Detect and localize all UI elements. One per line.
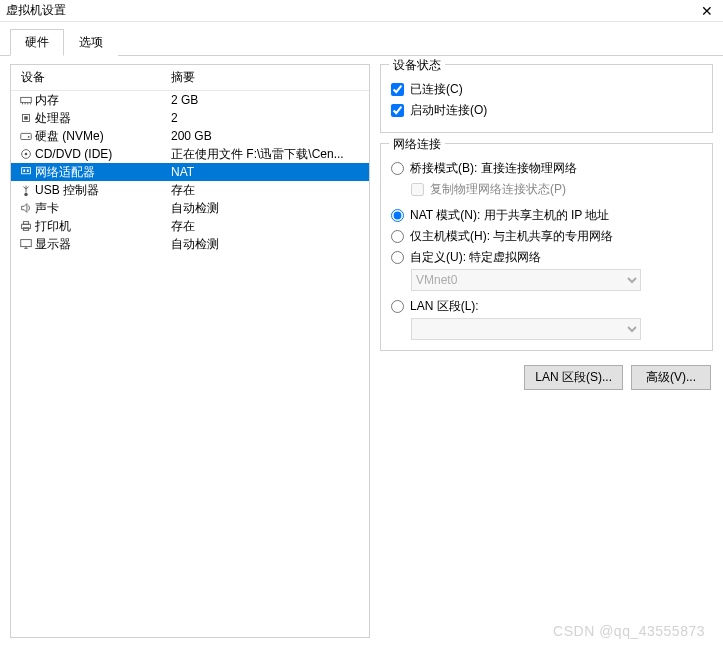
connect-at-power-checkbox[interactable]	[391, 104, 404, 117]
custom-radio[interactable]	[391, 251, 404, 264]
hw-name: 处理器	[35, 110, 171, 127]
hw-summary: 200 GB	[171, 129, 369, 143]
svg-rect-19	[23, 222, 28, 225]
svg-rect-7	[21, 133, 32, 139]
connect-at-power-label: 启动时连接(O)	[410, 102, 487, 119]
advanced-button[interactable]: 高级(V)...	[631, 365, 711, 390]
hw-row-printer[interactable]: 打印机 存在	[11, 217, 369, 235]
hw-summary: 存在	[171, 218, 369, 235]
memory-icon	[17, 93, 35, 107]
connected-label: 已连接(C)	[410, 81, 463, 98]
svg-rect-6	[24, 116, 28, 120]
device-status-legend: 设备状态	[389, 57, 445, 74]
tab-hardware[interactable]: 硬件	[10, 29, 64, 56]
network-legend: 网络连接	[389, 136, 445, 153]
hostonly-label: 仅主机模式(H): 与主机共享的专用网络	[410, 228, 613, 245]
network-group: 网络连接 桥接模式(B): 直接连接物理网络 复制物理网络连接状态(P) NAT…	[380, 143, 713, 351]
hw-row-cpu[interactable]: 处理器 2	[11, 109, 369, 127]
device-status-group: 设备状态 已连接(C) 启动时连接(O)	[380, 64, 713, 133]
svg-rect-12	[23, 169, 25, 172]
hw-name: 网络适配器	[35, 164, 171, 181]
close-icon[interactable]: ✕	[697, 3, 717, 19]
hw-name: 硬盘 (NVMe)	[35, 128, 171, 145]
lan-segments-button[interactable]: LAN 区段(S)...	[524, 365, 623, 390]
col-summary: 摘要	[171, 69, 369, 86]
lan-row[interactable]: LAN 区段(L):	[391, 297, 702, 315]
replicate-row: 复制物理网络连接状态(P)	[411, 180, 702, 198]
lan-label: LAN 区段(L):	[410, 298, 479, 315]
hw-row-cdrom[interactable]: CD/DVD (IDE) 正在使用文件 F:\迅雷下载\Cen...	[11, 145, 369, 163]
hw-summary: 2	[171, 111, 369, 125]
hw-summary: 2 GB	[171, 93, 369, 107]
svg-rect-0	[21, 97, 32, 102]
content-area: 设备 摘要 内存 2 GB 处理器 2 硬盘 (NVMe) 200 GB CD/…	[0, 56, 723, 646]
connected-checkbox[interactable]	[391, 83, 404, 96]
disk-icon	[17, 129, 35, 143]
settings-panel: 设备状态 已连接(C) 启动时连接(O) 网络连接 桥接模式(B): 直接连接物…	[380, 64, 713, 638]
connect-at-power-row[interactable]: 启动时连接(O)	[391, 101, 702, 119]
bridged-label: 桥接模式(B): 直接连接物理网络	[410, 160, 577, 177]
hw-summary: 存在	[171, 182, 369, 199]
svg-point-8	[28, 136, 30, 138]
nat-radio[interactable]	[391, 209, 404, 222]
hw-name: 打印机	[35, 218, 171, 235]
hw-name: 显示器	[35, 236, 171, 253]
titlebar: 虚拟机设置 ✕	[0, 0, 723, 22]
lan-radio[interactable]	[391, 300, 404, 313]
nat-row[interactable]: NAT 模式(N): 用于共享主机的 IP 地址	[391, 206, 702, 224]
hw-summary: 自动检测	[171, 236, 369, 253]
hw-name: USB 控制器	[35, 182, 171, 199]
sound-icon	[17, 201, 35, 215]
tab-options[interactable]: 选项	[64, 29, 118, 56]
cpu-icon	[17, 111, 35, 125]
custom-label: 自定义(U): 特定虚拟网络	[410, 249, 541, 266]
svg-rect-21	[21, 240, 32, 247]
custom-vmnet-select: VMnet0	[411, 269, 641, 291]
hw-row-disk[interactable]: 硬盘 (NVMe) 200 GB	[11, 127, 369, 145]
hw-row-memory[interactable]: 内存 2 GB	[11, 91, 369, 109]
hw-summary: 自动检测	[171, 200, 369, 217]
display-icon	[17, 237, 35, 251]
hw-name: 内存	[35, 92, 171, 109]
bridged-row[interactable]: 桥接模式(B): 直接连接物理网络	[391, 159, 702, 177]
replicate-label: 复制物理网络连接状态(P)	[430, 181, 566, 198]
nat-label: NAT 模式(N): 用于共享主机的 IP 地址	[410, 207, 609, 224]
network-icon	[17, 165, 35, 179]
hw-row-sound[interactable]: 声卡 自动检测	[11, 199, 369, 217]
connected-check-row[interactable]: 已连接(C)	[391, 80, 702, 98]
hw-summary: 正在使用文件 F:\迅雷下载\Cen...	[171, 146, 369, 163]
hw-row-network[interactable]: 网络适配器 NAT	[11, 163, 369, 181]
hostonly-row[interactable]: 仅主机模式(H): 与主机共享的专用网络	[391, 227, 702, 245]
printer-icon	[17, 219, 35, 233]
hw-row-display[interactable]: 显示器 自动检测	[11, 235, 369, 253]
hostonly-radio[interactable]	[391, 230, 404, 243]
custom-row[interactable]: 自定义(U): 特定虚拟网络	[391, 248, 702, 266]
svg-rect-11	[22, 168, 31, 174]
hw-header: 设备 摘要	[11, 65, 369, 91]
button-row: LAN 区段(S)... 高级(V)...	[380, 365, 713, 390]
hw-summary: NAT	[171, 165, 369, 179]
col-device: 设备	[11, 69, 171, 86]
lan-segment-select	[411, 318, 641, 340]
tab-strip: 硬件 选项	[0, 22, 723, 56]
window-title: 虚拟机设置	[6, 2, 66, 19]
usb-icon	[17, 183, 35, 197]
hw-name: CD/DVD (IDE)	[35, 147, 171, 161]
replicate-checkbox	[411, 183, 424, 196]
svg-rect-13	[27, 169, 29, 172]
svg-point-10	[25, 153, 28, 156]
hw-row-usb[interactable]: USB 控制器 存在	[11, 181, 369, 199]
svg-point-14	[24, 193, 28, 197]
hw-name: 声卡	[35, 200, 171, 217]
hardware-list: 设备 摘要 内存 2 GB 处理器 2 硬盘 (NVMe) 200 GB CD/…	[10, 64, 370, 638]
lan-select-row	[411, 318, 702, 340]
cdrom-icon	[17, 147, 35, 161]
custom-select-row: VMnet0	[411, 269, 702, 291]
bridged-radio[interactable]	[391, 162, 404, 175]
